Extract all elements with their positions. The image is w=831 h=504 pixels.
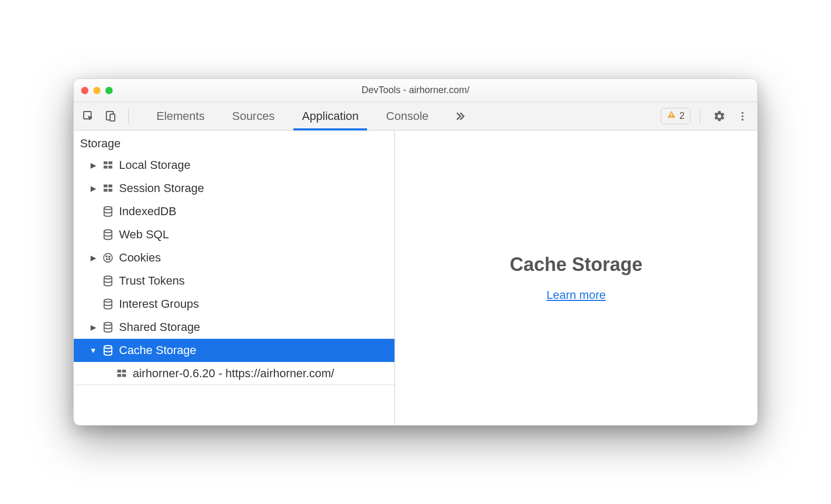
- sidebar-item-cookies[interactable]: ▶Cookies: [74, 246, 394, 269]
- svg-point-25: [104, 322, 112, 326]
- sidebar-item-interest-groups[interactable]: Interest Groups: [74, 293, 394, 316]
- db-icon: [102, 275, 114, 287]
- sidebar-item-local-storage[interactable]: ▶Local Storage: [74, 154, 394, 177]
- content-area: Storage ▶Local Storage▶Session StorageIn…: [74, 130, 757, 425]
- warning-icon: [667, 110, 676, 122]
- gear-icon: [713, 110, 726, 123]
- titlebar: DevTools - airhorner.com/: [74, 79, 757, 102]
- svg-point-26: [104, 346, 112, 349]
- svg-point-6: [741, 115, 744, 117]
- sidebar-item-label: Cookies: [119, 251, 161, 265]
- sidebar-item-label: Shared Storage: [119, 320, 200, 334]
- svg-point-24: [104, 299, 112, 303]
- svg-rect-4: [671, 116, 672, 117]
- more-options-button[interactable]: [733, 107, 752, 126]
- svg-rect-2: [110, 114, 115, 121]
- maximize-window-button[interactable]: [105, 87, 113, 94]
- svg-point-19: [106, 256, 107, 257]
- tab-console[interactable]: Console: [374, 102, 440, 130]
- sidebar-item-label: airhorner-0.6.20 - https://airhorner.com…: [133, 367, 334, 380]
- svg-rect-15: [108, 189, 112, 192]
- sidebar-item-trust-tokens[interactable]: Trust Tokens: [74, 269, 394, 293]
- close-window-button[interactable]: [81, 87, 88, 94]
- svg-point-17: [104, 230, 112, 233]
- sidebar-category-storage: Storage: [74, 134, 394, 154]
- db-icon: [102, 229, 114, 240]
- svg-point-20: [109, 256, 110, 257]
- toolbar: Elements Sources Application Console: [74, 102, 757, 130]
- toolbar-divider: [700, 109, 700, 124]
- learn-more-link[interactable]: Learn more: [547, 288, 606, 302]
- sidebar-item-cache-storage[interactable]: ▼Cache Storage: [74, 339, 394, 362]
- svg-rect-28: [122, 369, 126, 372]
- svg-rect-10: [104, 166, 107, 169]
- tab-elements[interactable]: Elements: [145, 102, 216, 130]
- svg-rect-12: [104, 185, 107, 188]
- db-icon: [102, 298, 114, 310]
- svg-rect-27: [117, 369, 121, 372]
- svg-rect-9: [108, 162, 112, 165]
- panel-heading: Cache Storage: [510, 254, 642, 276]
- chevron-right-icon: ▶: [90, 184, 97, 193]
- svg-point-23: [104, 276, 112, 279]
- warning-count: 2: [679, 110, 685, 122]
- device-toggle-icon[interactable]: [101, 107, 120, 126]
- svg-point-7: [741, 118, 744, 120]
- svg-point-22: [109, 259, 110, 260]
- kebab-icon: [737, 110, 748, 122]
- sidebar-item-web-sql[interactable]: Web SQL: [74, 223, 394, 246]
- sidebar-item-shared-storage[interactable]: ▶Shared Storage: [74, 316, 394, 339]
- svg-rect-14: [104, 189, 107, 192]
- chevron-double-right-icon: [453, 109, 467, 123]
- chevron-down-icon: ▼: [90, 346, 97, 355]
- svg-point-18: [104, 254, 113, 263]
- panel-tabs: Elements Sources Application Console: [145, 102, 475, 130]
- sidebar-item-label: Web SQL: [119, 228, 169, 241]
- sidebar-item-label: Cache Storage: [119, 344, 196, 357]
- window-title: DevTools - airhorner.com/: [361, 85, 469, 96]
- sidebar-item-label: Trust Tokens: [119, 274, 185, 288]
- svg-rect-8: [104, 162, 107, 165]
- tab-application[interactable]: Application: [290, 102, 370, 130]
- minimize-window-button[interactable]: [93, 87, 101, 94]
- sidebar-item-session-storage[interactable]: ▶Session Storage: [74, 177, 394, 200]
- toolbar-right: 2: [661, 107, 752, 126]
- inspect-icon[interactable]: [79, 107, 98, 126]
- svg-point-21: [106, 259, 107, 260]
- db-icon: [102, 345, 114, 356]
- svg-rect-11: [108, 166, 112, 169]
- svg-rect-13: [108, 185, 112, 188]
- grid-icon: [102, 159, 114, 171]
- sidebar-item-indexeddb[interactable]: IndexedDB: [74, 200, 394, 223]
- sidebar-item-cache-entry[interactable]: airhorner-0.6.20 - https://airhorner.com…: [74, 362, 394, 385]
- svg-rect-30: [122, 374, 126, 377]
- svg-rect-29: [117, 374, 121, 377]
- toolbar-divider: [128, 109, 129, 124]
- cookie-icon: [102, 252, 114, 264]
- db-icon: [102, 206, 114, 217]
- chevron-right-icon: ▶: [90, 323, 97, 331]
- db-icon: [102, 321, 114, 333]
- issues-badge[interactable]: 2: [661, 108, 690, 124]
- grid-icon: [102, 183, 114, 194]
- svg-point-16: [104, 207, 112, 210]
- sidebar-item-label: IndexedDB: [119, 205, 176, 218]
- more-tabs-button[interactable]: [444, 102, 475, 130]
- sidebar-item-label: Interest Groups: [119, 297, 199, 311]
- settings-button[interactable]: [710, 107, 729, 126]
- sidebar-item-label: Local Storage: [119, 158, 191, 172]
- grid-icon: [116, 368, 127, 379]
- sidebar: Storage ▶Local Storage▶Session StorageIn…: [74, 130, 395, 425]
- main-panel: Cache Storage Learn more: [395, 130, 757, 425]
- svg-point-5: [741, 112, 744, 114]
- window-controls: [81, 87, 113, 94]
- toolbar-left: [79, 107, 134, 126]
- devtools-window: DevTools - airhorner.com/ Elements Sourc…: [73, 78, 758, 426]
- svg-rect-3: [671, 113, 672, 116]
- sidebar-item-label: Session Storage: [119, 182, 204, 195]
- tab-sources[interactable]: Sources: [221, 102, 286, 130]
- chevron-right-icon: ▶: [90, 254, 97, 262]
- chevron-right-icon: ▶: [90, 161, 97, 169]
